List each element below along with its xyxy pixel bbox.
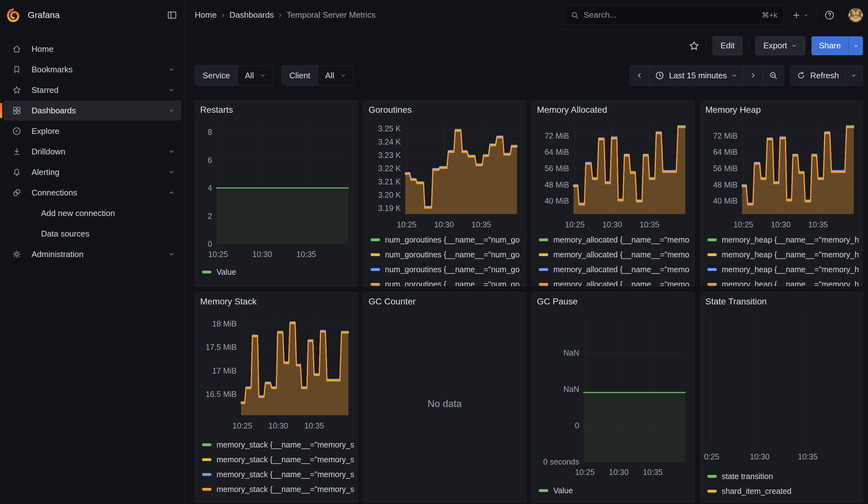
panel-title[interactable]: Memory Allocated [537, 105, 689, 118]
sidebar-item-starred[interactable]: Starred [3, 80, 181, 100]
legend-item[interactable]: Value [200, 265, 353, 279]
user-avatar[interactable] [848, 8, 863, 22]
brand-label[interactable]: Grafana [28, 10, 60, 20]
chevron-down-icon[interactable] [168, 66, 175, 73]
svg-text:10:25: 10:25 [733, 220, 753, 229]
favorite-star-icon[interactable] [689, 40, 700, 51]
memory-heap-chart[interactable]: 40 MiB48 MiB56 MiB64 MiB72 MiB10:2510:30… [705, 118, 858, 231]
legend-item[interactable]: Value [537, 483, 689, 498]
add-new-button[interactable] [790, 10, 810, 20]
legend-item[interactable]: memory_allocated {__name__="memo [537, 247, 689, 262]
share-button[interactable]: Share [812, 36, 863, 55]
refresh-group: Refresh [790, 65, 863, 85]
svg-text:17.5 MiB: 17.5 MiB [206, 343, 237, 351]
legend-item[interactable]: state transition [705, 469, 858, 484]
svg-text:10:35: 10:35 [808, 220, 828, 229]
panel-title[interactable]: GC Pause [537, 297, 689, 310]
refresh-interval-button[interactable] [845, 66, 862, 85]
legend-item[interactable]: memory_heap {__name__="memory_h [705, 277, 858, 286]
sidebar-item-administration[interactable]: Administration [3, 244, 181, 264]
time-controls: Last 15 minutes Refresh [630, 65, 863, 85]
chevron-down-icon[interactable] [168, 86, 175, 93]
sidebar-item-alerting[interactable]: Alerting [3, 162, 181, 182]
legend-item[interactable]: memory_allocated {__name__="memo [537, 262, 689, 277]
breadcrumb-home[interactable]: Home [195, 10, 217, 20]
svg-text:10:35: 10:35 [643, 468, 663, 476]
legend-item[interactable]: memory_stack {__name__="memory_s [200, 452, 353, 467]
memory-allocated-chart[interactable]: 40 MiB48 MiB56 MiB64 MiB72 MiB10:2510:30… [537, 118, 689, 231]
sidebar-item-dashboards[interactable]: Dashboards [3, 101, 181, 121]
sidebar-item-label: Home [32, 44, 53, 54]
drilldown-icon [11, 147, 22, 156]
panel-legend: state transitionshard_item_created [705, 469, 858, 498]
restarts-chart[interactable]: 0246810:2510:3010:35 [200, 118, 352, 263]
state-transition-chart[interactable]: 0:2510:3010:35 [705, 310, 858, 468]
legend-item[interactable]: memory_stack {__name__="memory_s [200, 438, 353, 452]
search-box[interactable]: ⌘+k [564, 6, 784, 25]
breadcrumb-dashboards[interactable]: Dashboards [229, 10, 273, 20]
legend-item[interactable]: memory_stack {__name__="memory_s [200, 467, 353, 482]
legend-item[interactable]: memory_heap {__name__="memory_h [705, 262, 858, 277]
sidebar-toggle-icon[interactable] [167, 10, 177, 21]
time-range-picker[interactable]: Last 15 minutes [649, 66, 743, 85]
svg-text:10:35: 10:35 [296, 250, 316, 259]
panel-title[interactable]: Goroutines [369, 105, 521, 118]
goroutines-chart[interactable]: 3.19 K3.20 K3.21 K3.22 K3.23 K3.24 K3.25… [369, 118, 521, 231]
export-button[interactable]: Export [755, 36, 805, 55]
share-chevron-icon[interactable] [848, 36, 863, 55]
panel-legend: memory_stack {__name__="memory_smemory_s… [200, 438, 353, 497]
chevron-down-icon[interactable] [168, 251, 175, 258]
panel-gc-counter: GC CounterNo data [363, 292, 526, 503]
bell-icon [11, 167, 22, 177]
legend-item[interactable]: memory_heap {__name__="memory_h [705, 233, 858, 247]
zoom-out-button[interactable] [763, 66, 784, 85]
panel-title[interactable]: State Transition [705, 297, 858, 310]
sidebar-item-explore[interactable]: Explore [3, 121, 181, 141]
chevron-down-icon[interactable] [168, 148, 175, 155]
sidebar-item-data-sources[interactable]: Data sources [3, 224, 181, 244]
gc-pause-chart[interactable]: 0 seconds0NaNNaN10:2510:3010:35 [537, 310, 689, 482]
panel-title[interactable]: Restarts [200, 105, 353, 118]
search-input[interactable] [583, 10, 762, 20]
sidebar-item-home[interactable]: Home [3, 39, 181, 59]
chevron-up-icon[interactable] [168, 189, 175, 196]
panel-goroutines: Goroutines3.19 K3.20 K3.21 K3.22 K3.23 K… [363, 100, 526, 286]
sidebar-item-label: Starred [32, 85, 59, 95]
svg-text:0: 0 [208, 239, 212, 248]
panel-restarts: Restarts0246810:2510:3010:35Value [195, 100, 358, 286]
svg-text:0:25: 0:25 [704, 452, 719, 461]
sidebar-item-bookmarks[interactable]: Bookmarks [3, 59, 181, 80]
time-shift-back-button[interactable] [630, 66, 649, 85]
panel-title[interactable]: GC Counter [369, 297, 521, 310]
help-icon[interactable] [822, 10, 837, 21]
memory-stack-chart[interactable]: 16.5 MiB17 MiB17.5 MiB18 MiB10:2510:3010… [200, 310, 352, 436]
sidebar-item-connections[interactable]: Connections [3, 183, 181, 203]
legend-item[interactable]: num_goroutines {__name__="num_go [369, 262, 521, 277]
sidebar-item-drilldown[interactable]: Drilldown [3, 142, 181, 162]
sidebar: HomeBookmarksStarredDashboardsExploreDri… [0, 30, 185, 504]
panel-state-transition: State Transition0:2510:3010:35state tran… [700, 292, 863, 503]
chevron-down-icon[interactable] [168, 169, 175, 176]
client-filter-value[interactable]: All [318, 66, 353, 85]
service-filter-value[interactable]: All [238, 66, 273, 85]
legend-label: state transition [722, 472, 773, 481]
sidebar-item-label: Explore [32, 126, 59, 136]
sidebar-item-add-new-connection[interactable]: Add new connection [3, 203, 181, 223]
legend-item[interactable]: num_goroutines {__name__="num_go [369, 233, 521, 247]
svg-text:0 seconds: 0 seconds [543, 457, 579, 466]
panel-title[interactable]: Memory Heap [705, 105, 858, 118]
svg-text:10:35: 10:35 [640, 220, 659, 229]
legend-item[interactable]: memory_allocated {__name__="memo [537, 277, 689, 286]
panel-title[interactable]: Memory Stack [200, 297, 353, 310]
time-shift-forward-button[interactable] [743, 66, 763, 85]
legend-item[interactable]: num_goroutines {__name__="num_go [369, 277, 521, 286]
chevron-down-icon[interactable] [168, 107, 175, 114]
svg-text:NaN: NaN [564, 384, 579, 393]
legend-item[interactable]: num_goroutines {__name__="num_go [369, 247, 521, 262]
legend-item[interactable]: memory_heap {__name__="memory_h [705, 247, 858, 262]
legend-item[interactable]: memory_stack {__name__="memory_s [200, 482, 353, 497]
refresh-button[interactable]: Refresh [790, 66, 845, 85]
legend-item[interactable]: shard_item_created [705, 484, 858, 498]
legend-item[interactable]: memory_allocated {__name__="memo [537, 233, 689, 247]
edit-button[interactable]: Edit [713, 36, 743, 55]
